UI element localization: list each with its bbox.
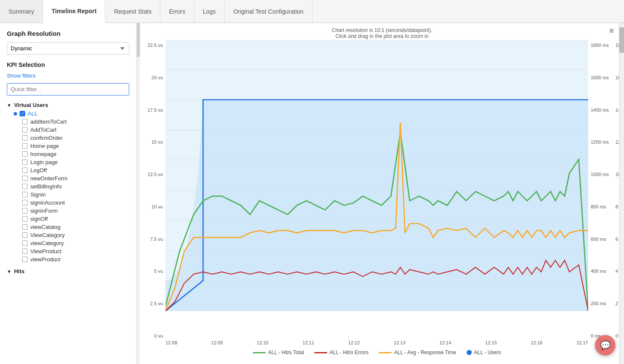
chat-icon: 💬 bbox=[600, 340, 611, 350]
label-LogOff: LogOff bbox=[30, 167, 47, 173]
legend-hits-total-line bbox=[253, 352, 266, 353]
chart-scrollbar[interactable] bbox=[619, 23, 624, 364]
tree-item-setBillingInfo[interactable]: setBillingInfo bbox=[7, 182, 129, 191]
tab-errors[interactable]: Errors bbox=[160, 0, 194, 23]
y-left-15: 15 vu bbox=[140, 139, 163, 144]
x-1216: 12:16 bbox=[531, 340, 543, 345]
graph-resolution-heading: Graph Resolution bbox=[7, 30, 129, 37]
tree-item-ViewCategory[interactable]: ViewCategory bbox=[7, 231, 129, 239]
tree-item-signOff[interactable]: signOff bbox=[7, 215, 129, 223]
y-right-1400ms: 1400 ms bbox=[591, 107, 614, 113]
cb-viewCategory[interactable] bbox=[22, 240, 28, 246]
tree-item-AddToCart[interactable]: AddToCart bbox=[7, 126, 129, 134]
tabs-bar: Summary Timeline Report Request Stats Er… bbox=[0, 0, 624, 23]
chart-info-line2: Click and drag in the plot area to zoom … bbox=[332, 33, 432, 39]
y-right-200ms: 200 ms bbox=[591, 301, 614, 306]
tree-item-HomePage[interactable]: Home page bbox=[7, 142, 129, 150]
label-viewProduct: viewProduct bbox=[30, 256, 61, 263]
chart-toolbar: ≡ bbox=[607, 26, 615, 35]
cb-LogOff[interactable] bbox=[22, 168, 28, 173]
legend-response-time-line bbox=[379, 352, 392, 353]
tree-item-homepage[interactable]: homepage bbox=[7, 150, 129, 158]
tab-original-config[interactable]: Original Test Configuration bbox=[225, 0, 313, 23]
hamburger-icon[interactable]: ≡ bbox=[607, 25, 615, 37]
label-signinForm: signinForm bbox=[30, 208, 58, 214]
cb-homepage[interactable] bbox=[22, 151, 28, 157]
cb-ViewProduct[interactable] bbox=[22, 248, 28, 254]
y-left-125: 12.5 vu bbox=[140, 172, 163, 177]
legend-hits-errors-label: ALL - Hit/s Errors bbox=[330, 350, 369, 355]
cb-setBillingInfo[interactable] bbox=[22, 184, 28, 189]
y-axis-left: 22.5 vu 20 vu 17.5 vu 15 vu 12.5 vu 10 v… bbox=[140, 40, 165, 364]
hits-header[interactable]: ▼ Hits bbox=[7, 267, 129, 276]
tree-item-addItemToCart[interactable]: addItemToCart bbox=[7, 118, 129, 126]
tree-item-all[interactable]: ✓ ALL bbox=[7, 110, 129, 118]
tree-item-LogOff[interactable]: LogOff bbox=[7, 166, 129, 174]
cb-signOff[interactable] bbox=[22, 216, 28, 222]
tab-logs[interactable]: Logs bbox=[194, 0, 225, 23]
sidebar: Graph Resolution Dynamic 1:1 5:1 10:1 30… bbox=[0, 23, 136, 364]
hits-label: Hits bbox=[14, 268, 25, 274]
y-right-600ms: 600 ms bbox=[591, 237, 614, 242]
tab-summary[interactable]: Summary bbox=[0, 0, 43, 23]
cb-addItemToCart[interactable] bbox=[22, 119, 28, 124]
chart-info: Chart resolution is 10:1 (seconds/datapo… bbox=[332, 27, 432, 39]
tree-item-viewCatalog[interactable]: viewCatalog bbox=[7, 223, 129, 231]
cb-viewCatalog[interactable] bbox=[22, 224, 28, 230]
sidebar-scrollbar[interactable] bbox=[136, 23, 140, 364]
chart-scrollbar-thumb bbox=[619, 27, 624, 53]
cb-AddToCart[interactable] bbox=[22, 127, 28, 133]
legend-users-label: ALL - Users bbox=[474, 350, 501, 355]
x-1217: 12:17 bbox=[576, 340, 588, 345]
hits-section: ▼ Hits bbox=[7, 267, 129, 276]
legend-hits-total-label: ALL - Hit/s Total bbox=[268, 350, 304, 355]
chat-button[interactable]: 💬 bbox=[595, 335, 615, 355]
cb-ViewCategory[interactable] bbox=[22, 232, 28, 238]
resolution-select[interactable]: Dynamic 1:1 5:1 10:1 30:1 bbox=[7, 42, 129, 55]
tab-timeline[interactable]: Timeline Report bbox=[43, 0, 106, 23]
tree-item-LoginPage[interactable]: Login page bbox=[7, 158, 129, 166]
cb-signinAccount[interactable] bbox=[22, 200, 28, 205]
cb-HomePage[interactable] bbox=[22, 143, 28, 149]
all-checkbox[interactable]: ✓ bbox=[20, 111, 25, 116]
tree-item-ViewProduct[interactable]: ViewProduct bbox=[7, 247, 129, 255]
virtual-users-header[interactable]: ▼ Virtual Users bbox=[7, 101, 129, 110]
y-left-5: 5 vu bbox=[140, 269, 163, 274]
tree-item-signinAccount[interactable]: signinAccount bbox=[7, 199, 129, 207]
label-HomePage: Home page bbox=[30, 143, 59, 149]
cb-LoginPage[interactable] bbox=[22, 159, 28, 165]
tree-item-viewProduct[interactable]: viewProduct bbox=[7, 255, 129, 263]
label-signOff: signOff bbox=[30, 216, 48, 222]
cb-viewProduct[interactable] bbox=[22, 257, 28, 262]
tree-item-confirmOrder[interactable]: confirmOrder bbox=[7, 134, 129, 142]
show-filters-link[interactable]: Show filters bbox=[7, 72, 129, 79]
y-right-1200ms: 1200 ms bbox=[591, 139, 614, 144]
chart-svg bbox=[165, 40, 588, 338]
y-axis-right-ms: 1800 ms 1600 ms 1400 ms 1200 ms 1000 ms … bbox=[588, 40, 614, 364]
tree-item-viewCategory[interactable]: viewCategory bbox=[7, 239, 129, 247]
label-newOrderForm: newOrderForm bbox=[30, 175, 67, 182]
cb-confirmOrder[interactable] bbox=[22, 135, 28, 141]
tree-item-signinForm[interactable]: signinForm bbox=[7, 207, 129, 215]
x-1208: 12:08 bbox=[165, 340, 177, 345]
chart-plot-area[interactable]: 12:08 12:09 12:10 12:11 12:12 12:13 12:1… bbox=[165, 40, 588, 364]
legend-users: ALL - Users bbox=[467, 350, 501, 355]
cb-newOrderForm[interactable] bbox=[22, 176, 28, 181]
label-AddToCart: AddToCart bbox=[30, 127, 56, 133]
x-1213: 12:13 bbox=[394, 340, 406, 345]
cb-signinForm[interactable] bbox=[22, 208, 28, 214]
y-left-0: 0 vu bbox=[140, 333, 163, 338]
legend-response-time: ALL - Avg - Response Time bbox=[379, 350, 456, 355]
cb-Signin[interactable] bbox=[22, 192, 28, 197]
virtual-users-section: ▼ Virtual Users ✓ ALL addItemToCart AddT… bbox=[7, 101, 129, 263]
x-1210: 12:10 bbox=[257, 340, 269, 345]
virtual-users-arrow: ▼ bbox=[7, 103, 12, 108]
legend-response-time-label: ALL - Avg - Response Time bbox=[394, 350, 456, 355]
kpi-selection-heading: KPI Selection bbox=[7, 61, 129, 68]
quick-filter-input[interactable] bbox=[7, 83, 129, 95]
label-Signin: Signin bbox=[30, 191, 46, 198]
tree-item-newOrderForm[interactable]: newOrderForm bbox=[7, 174, 129, 182]
tab-request-stats[interactable]: Request Stats bbox=[105, 0, 160, 23]
tree-item-Signin[interactable]: Signin bbox=[7, 191, 129, 199]
y-left-10: 10 vu bbox=[140, 204, 163, 209]
